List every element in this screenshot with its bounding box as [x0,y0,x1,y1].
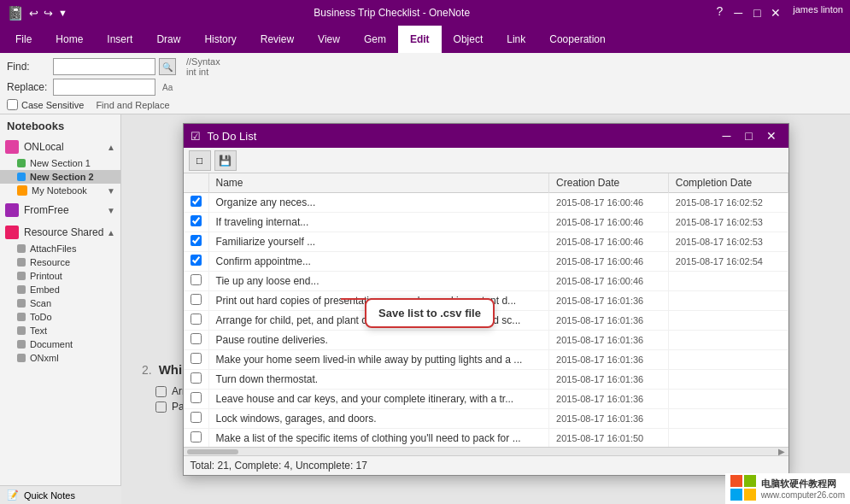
new-section-2-dot [17,173,26,181]
tab-view[interactable]: View [306,26,352,53]
row-checkbox-cell[interactable] [184,213,209,232]
col-checkbox [184,173,209,193]
row-checkbox[interactable] [191,255,202,266]
section-my-notebook[interactable]: My Notebook ▼ [0,184,120,197]
section-printout[interactable]: Printout [0,269,120,283]
modal-controls: ─ □ ✕ [717,126,782,145]
tab-object[interactable]: Object [442,26,495,53]
row-checkbox-cell[interactable] [184,350,209,370]
tab-insert[interactable]: Insert [95,26,144,53]
row-checkbox-cell[interactable] [184,232,209,252]
section-new-section-1[interactable]: New Section 1 [0,156,120,170]
row-checkbox[interactable] [191,314,202,325]
tab-draw[interactable]: Draw [144,26,192,53]
section-new-section-2[interactable]: New Section 2 [0,170,120,184]
table-row: Tie up any loose end...2015-08-17 16:00:… [184,272,788,291]
row-checkbox-cell[interactable] [184,193,209,213]
row-checkbox[interactable] [191,412,202,423]
row-checkbox-cell[interactable] [184,331,209,350]
watermark: 电脑软硬件教程网 www.computer26.com [725,473,850,504]
hscrollbar-right-arrow[interactable]: ▶ [778,447,785,456]
modal-toolbar-view-button[interactable]: □ [189,150,211,171]
row-name: Organize any neces... [208,193,549,213]
quick-access-redo[interactable]: ↪ [44,7,53,20]
notebooks-header: Notebooks [0,114,120,138]
section-todo[interactable]: ToDo [0,310,120,324]
sidebar: Notebooks ONLocal ▲ New Section 1 New Se… [0,114,121,504]
find-input[interactable] [53,58,155,75]
row-checkbox-cell[interactable] [184,272,209,291]
case-sensitive-checkbox[interactable] [7,99,18,110]
watermark-text: 电脑软硬件教程网 www.computer26.com [761,478,845,500]
row-checkbox-cell[interactable] [184,370,209,390]
svg-rect-2 [730,489,742,501]
tab-history[interactable]: History [192,26,248,53]
notebook-fromfree[interactable]: FromFree ▼ [0,201,120,220]
row-checkbox[interactable] [191,353,202,364]
row-checkbox-cell[interactable] [184,429,209,448]
modal-maximize-button[interactable]: □ [739,126,759,145]
notebook-onlocal[interactable]: ONLocal ▲ [0,138,120,156]
svg-rect-0 [730,475,742,487]
tab-review[interactable]: Review [249,26,306,53]
section-scan[interactable]: Scan [0,296,120,310]
section-embed[interactable]: Embed [0,283,120,296]
attachfiles-dot [17,244,26,253]
row-checkbox[interactable] [191,333,202,344]
modal-hscrollbar[interactable]: ▶ [184,447,788,455]
row-creation-date: 2015-08-17 16:01:36 [549,370,669,390]
row-checkbox[interactable] [191,372,202,384]
tab-home[interactable]: Home [44,26,95,53]
resource-shared-chevron: ▲ [107,228,115,237]
row-creation-date: 2015-08-17 16:00:46 [549,252,669,272]
row-checkbox[interactable] [191,274,202,285]
row-checkbox-cell[interactable] [184,291,209,311]
tab-link[interactable]: Link [495,26,537,53]
tab-gem[interactable]: Gem [352,26,398,53]
row-checkbox[interactable] [191,215,202,226]
resource-label: Resource [30,257,70,267]
new-section-2-label: New Section 2 [30,172,94,182]
row-completion-date [668,272,788,291]
modal-minimize-button[interactable]: ─ [717,126,737,145]
notebook-resource-shared[interactable]: Resource Shared ▲ [0,223,120,242]
quick-notes[interactable]: 📝 Quick Notes [0,485,121,504]
close-button[interactable]: ✕ [767,4,784,21]
tab-file[interactable]: File [3,26,44,53]
section-text[interactable]: Text [0,324,120,337]
new-section-1-dot [17,159,26,167]
row-checkbox-cell[interactable] [184,311,209,331]
find-search-button[interactable]: 🔍 [159,58,176,75]
quick-access-undo[interactable]: ↩ [29,7,38,20]
tab-edit[interactable]: Edit [398,26,442,53]
row-checkbox-cell[interactable] [184,390,209,409]
row-checkbox-cell[interactable] [184,252,209,272]
row-checkbox[interactable] [191,392,202,403]
tab-cooperation[interactable]: Cooperation [537,26,617,53]
row-creation-date: 2015-08-17 16:01:36 [549,350,669,370]
replace-input[interactable] [53,79,155,96]
new-section-1-label: New Section 1 [30,158,91,168]
row-checkbox[interactable] [191,431,202,442]
maximize-button[interactable]: □ [748,4,765,21]
section-onxml[interactable]: ONxml [0,351,120,365]
help-icon[interactable]: ? [717,4,724,21]
modal-title-icon: ☑ [191,130,201,143]
onenote-logo-icon: 📓 [7,5,24,21]
find-replace-section-label: Find and Replace [96,100,169,110]
syntax-hint: //Syntaxint int [186,56,220,77]
section-resource[interactable]: Resource [0,255,120,269]
modal-close-button[interactable]: ✕ [761,126,782,145]
modal-toolbar-save-button[interactable]: 💾 [214,150,237,171]
section-attachfiles[interactable]: AttachFiles [0,242,120,255]
row-creation-date: 2015-08-17 16:01:36 [549,331,669,350]
quick-access-more[interactable]: ▼ [58,8,67,18]
row-checkbox[interactable] [191,196,202,207]
row-checkbox[interactable] [191,235,202,246]
minimize-button[interactable]: ─ [730,4,747,21]
modal-overlay: ☑ To Do List ─ □ ✕ □ 💾 [121,114,850,504]
row-checkbox[interactable] [191,294,202,305]
row-creation-date: 2015-08-17 16:01:36 [549,291,669,311]
section-document[interactable]: Document [0,337,120,351]
row-checkbox-cell[interactable] [184,409,209,429]
